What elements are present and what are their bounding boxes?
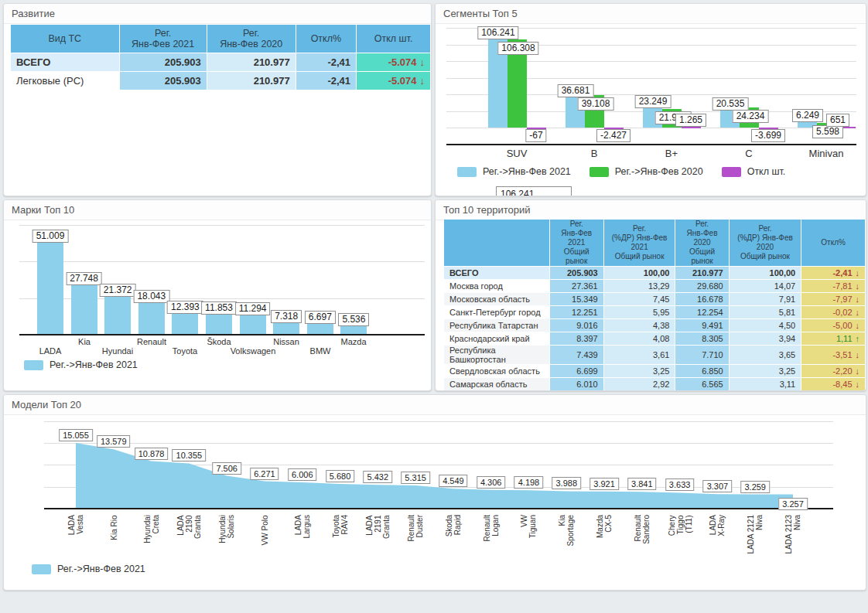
table-row[interactable]: Свердловская область6.6993,256.8503,25-2…: [444, 365, 865, 377]
table-row[interactable]: Московская область15.3497,4516.6787,91-7…: [444, 293, 865, 305]
value-cell: 7.710: [675, 346, 728, 364]
value-cell: 12.254: [675, 306, 728, 318]
value-label: 3.841: [627, 478, 657, 490]
value-label: 3.259: [740, 481, 770, 493]
x-axis-label: Kia: [78, 337, 91, 346]
dashboard: Развитие Вид ТСРег.Янв-Фев 2021Рег.Янв-Ф…: [0, 0, 868, 613]
value-label: 7.318: [271, 310, 302, 323]
models-legend: Рег.->Янв-Фев 2021: [32, 564, 145, 574]
value-label: 651: [826, 114, 849, 127]
x-axis-label: Nissan: [273, 337, 299, 346]
x-axis-label: B+: [665, 148, 678, 159]
value-cell: 205.903: [120, 53, 207, 71]
x-axis-label: Minivan: [809, 148, 844, 159]
value-cell: 5,95: [604, 306, 675, 318]
legend-item[interactable]: Откл шт.: [722, 166, 786, 177]
value-cell: -2,41: [296, 72, 356, 90]
row-label: Самарская область: [444, 378, 549, 390]
value-cell: 15.349: [550, 293, 603, 305]
row-label: Санкт-Петербург город: [444, 306, 549, 318]
deviation-cell: -7,81↓: [801, 280, 865, 292]
table-row[interactable]: Краснодарский край8.3974,088.3053,941,11…: [444, 332, 865, 345]
table-row[interactable]: Республика Татарстан9.0164,389.4914,50-5…: [444, 319, 865, 332]
models-chart[interactable]: 15.055LADA Vesta13.579Kia Rio10.878Hyund…: [4, 395, 866, 590]
x-axis-label: Mazda CX-5: [596, 515, 613, 570]
deviation-cell: -7,97↓: [801, 293, 865, 305]
value-cell: 6.565: [675, 378, 728, 390]
value-cell: -2,41: [296, 53, 356, 71]
bar-LADA[interactable]: [37, 241, 63, 335]
table-row[interactable]: Москва город27.36113,2929.68014,07-7,81↓: [444, 280, 865, 292]
row-label: Легковые (PC): [11, 72, 119, 90]
value-cell: 12.251: [550, 306, 603, 318]
bar-Škoda[interactable]: [206, 313, 232, 335]
legend-item[interactable]: Рег.->Янв-Фев 2020: [589, 166, 703, 177]
bar-Renault[interactable]: [138, 301, 165, 335]
deviation-cell: -0,02↓: [801, 306, 865, 318]
deviation-cell: -5.074↓: [357, 72, 430, 90]
table-row[interactable]: Легковые (PC)205.903210.977-2,41-5.074↓: [11, 72, 430, 90]
grid-line: [19, 225, 425, 226]
value-label: 23.249: [635, 95, 672, 108]
value-label: 51.009: [32, 230, 69, 243]
x-axis-label: VW Tiguan: [520, 515, 537, 570]
x-axis-label: Škoda: [207, 337, 231, 346]
value-cell: 4,50: [730, 319, 801, 332]
column-header: Откл шт.: [357, 25, 430, 53]
table-row[interactable]: Самарская область6.0102,926.5653,11-8,45…: [444, 378, 865, 390]
x-axis-label: Toyota RAV4: [332, 515, 349, 570]
table-row[interactable]: Республика Башкортостан7.4393,617.7103,6…: [444, 346, 865, 364]
x-axis-label: LADA 2190 Granta: [176, 516, 202, 571]
bar-Nissan[interactable]: [273, 322, 299, 335]
value-label: 106.241: [477, 26, 518, 39]
legend-label: Рег.->Янв-Фев 2020: [615, 166, 703, 177]
legend-item[interactable]: Рег.->Янв-Фев 2021: [24, 359, 138, 370]
bar-Hyundai[interactable]: [104, 295, 131, 335]
value-cell: 210.977: [207, 53, 296, 71]
bar-Volkswagen[interactable]: [240, 314, 266, 335]
bar-BMW[interactable]: [307, 322, 333, 335]
row-label: Москва город: [444, 280, 549, 292]
value-cell: 9.016: [550, 319, 603, 332]
x-axis-label: Hyundai: [102, 346, 133, 356]
value-cell: 3,25: [604, 365, 675, 377]
x-axis-label: Hyundai Creta: [143, 515, 160, 570]
legend-label: Рег.->Янв-Фев 2021: [50, 359, 138, 370]
value-label: 11.294: [235, 302, 271, 315]
bar-Toyota[interactable]: [172, 312, 198, 335]
territories-body: Рег.Янв-Фев 2021Общий рынокРег.(%ДР) Янв…: [436, 200, 866, 390]
legend-swatch: [32, 564, 51, 574]
table-row[interactable]: ВСЕГО205.903100,00210.977100,00-2,41↓: [444, 267, 865, 279]
value-label: 3.257: [778, 498, 808, 510]
value-cell: 16.678: [675, 293, 728, 305]
value-cell: 2,92: [604, 378, 675, 390]
value-cell: 100,00: [730, 267, 801, 279]
value-label: 7.506: [212, 462, 241, 475]
x-axis-label: Toyota: [173, 346, 197, 356]
value-label: 4.306: [477, 476, 506, 489]
x-axis: [446, 144, 856, 145]
legend-item[interactable]: Рег.->Янв-Фев 2021: [32, 564, 145, 574]
x-axis-label: VW Polo: [261, 516, 269, 571]
x-axis-label: Kia Sportage: [558, 515, 575, 570]
x-axis-label: Kia Rio: [110, 516, 118, 571]
legend-item[interactable]: Рег.->Янв-Фев 2021: [457, 166, 571, 177]
x-axis-label: Volkswagen: [231, 346, 276, 356]
value-cell: 6.850: [675, 365, 728, 377]
table-row[interactable]: ВСЕГО205.903210.977-2,41-5.074↓: [11, 53, 430, 71]
table-row[interactable]: Санкт-Петербург город12.2515,9512.2545,8…: [444, 306, 865, 318]
legend-label: Откл шт.: [747, 166, 786, 177]
value-label: 13.579: [97, 435, 131, 448]
value-label: 6.271: [250, 468, 279, 480]
arrow-down-icon: ↓: [856, 308, 860, 317]
value-cell: 3,65: [730, 346, 801, 364]
bar-Kia[interactable]: [71, 284, 97, 335]
arrow-down-icon: ↓: [420, 56, 425, 68]
value-label: 3.921: [589, 478, 619, 490]
x-axis-label: BMW: [310, 346, 331, 356]
bar-B+-s2[interactable]: [682, 127, 701, 128]
area-series[interactable]: [4, 395, 866, 590]
x-axis-label: Skoda Rapid: [445, 515, 462, 570]
value-cell: 29.680: [675, 280, 728, 292]
value-label: 11.853: [201, 301, 237, 315]
